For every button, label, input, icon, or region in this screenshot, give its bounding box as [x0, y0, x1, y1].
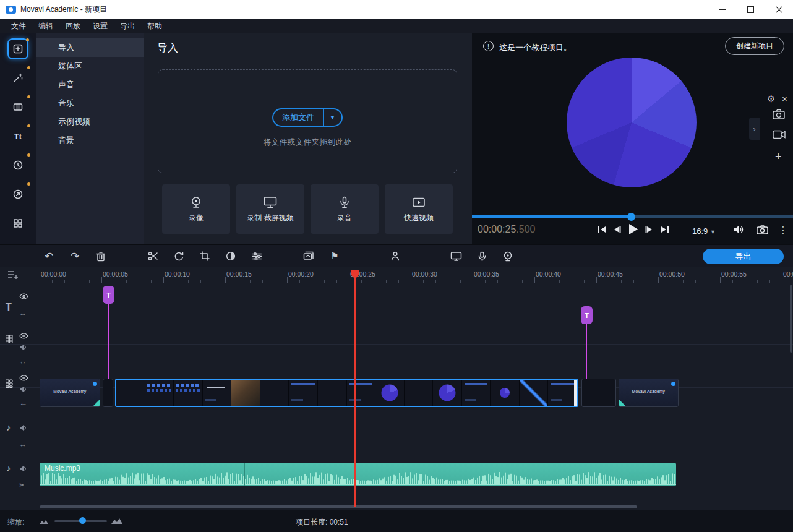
sliders-icon[interactable]	[249, 248, 265, 264]
menu-item-4[interactable]: 导出	[114, 19, 141, 33]
seek-bar-handle[interactable]	[627, 213, 635, 221]
video-camera-icon[interactable]	[773, 130, 786, 139]
music-clip[interactable]: Music.mp3	[40, 463, 676, 486]
webcam-icon[interactable]	[500, 248, 516, 264]
sidebar-item-2[interactable]: 声音	[36, 75, 144, 94]
previous-frame-button[interactable]	[613, 225, 621, 234]
menu-item-2[interactable]: 回放	[59, 19, 87, 33]
zoom-out-icon[interactable]	[40, 519, 48, 524]
add-icon[interactable]: +	[775, 151, 782, 162]
next-frame-button[interactable]	[645, 225, 653, 234]
sidebar-item-0[interactable]: 导入	[36, 38, 144, 57]
zoom-in-icon[interactable]	[111, 517, 122, 524]
chevron-down-icon[interactable]: ▼	[323, 109, 341, 126]
video-clip-2[interactable]	[115, 379, 578, 407]
slides-icon[interactable]	[301, 248, 317, 264]
video-clip-1[interactable]	[103, 379, 113, 407]
snapshot-camera-icon[interactable]	[773, 109, 785, 119]
monitor-icon[interactable]	[448, 248, 464, 264]
play-button[interactable]	[628, 223, 638, 235]
track-music-volume-icon[interactable]	[19, 465, 28, 472]
snapshot-icon[interactable]	[757, 225, 768, 234]
timeline-ruler[interactable]: 00:00:0000:00:0500:00:1000:00:1500:00:20…	[0, 267, 793, 283]
crop-icon[interactable]	[197, 248, 213, 264]
track-titles-eye-icon[interactable]	[19, 293, 28, 299]
video-clip-0[interactable]: Movavi Academy	[40, 379, 100, 407]
clip-thumbnail	[318, 380, 347, 406]
track-music-scissors-icon[interactable]: ✂	[19, 479, 25, 490]
skip-to-start-button[interactable]	[598, 225, 606, 234]
rail-filters-icon[interactable]	[7, 67, 28, 88]
timeline: 00:00:0000:00:0500:00:1000:00:1500:00:20…	[0, 267, 793, 510]
skip-to-end-button[interactable]	[661, 225, 669, 234]
color-icon[interactable]	[223, 248, 239, 264]
track-audio-volume-icon[interactable]	[19, 424, 28, 431]
close-button[interactable]	[765, 0, 793, 19]
rail-titles-icon[interactable]: Tt	[7, 126, 28, 147]
export-button[interactable]: 导出	[703, 249, 784, 264]
add-file-button[interactable]: 添加文件 ▼	[272, 108, 343, 127]
rail-speed-icon[interactable]	[7, 155, 28, 176]
sidebar-item-4[interactable]: 示例视频	[36, 113, 144, 131]
window-controls	[708, 0, 793, 19]
volume-icon[interactable]	[733, 225, 744, 234]
rotate-icon[interactable]	[171, 248, 187, 264]
import-panel-title: 导入	[157, 41, 178, 55]
track-video-volume-icon[interactable]	[19, 386, 28, 393]
action-quick-video-button[interactable]: 快速视频	[385, 184, 453, 234]
track-overlay-eye-icon[interactable]	[19, 333, 28, 339]
gear-icon[interactable]: ⚙	[767, 94, 775, 103]
menu-item-5[interactable]: 帮助	[141, 19, 168, 33]
track-audio-link-icon[interactable]: ↔	[19, 438, 27, 449]
file-dropzone[interactable]: 添加文件 ▼ 将文件或文件夹拖到此处	[158, 69, 457, 173]
track-overlay-link-icon[interactable]: ↔	[19, 355, 27, 366]
sidebar-item-5[interactable]: 背景	[36, 131, 144, 150]
quick-video-icon	[411, 195, 426, 209]
more-options-icon[interactable]: ⋮	[778, 224, 788, 236]
aspect-ratio-select[interactable]: 16:9 ▼	[692, 226, 716, 236]
rail-import-icon[interactable]	[7, 38, 28, 59]
scissors-icon[interactable]	[145, 248, 161, 264]
trash-icon[interactable]	[93, 248, 109, 264]
clip-trim-handle[interactable]	[574, 379, 578, 406]
menu-item-1[interactable]: 编辑	[32, 19, 59, 33]
create-new-project-button[interactable]: 创建新项目	[725, 37, 784, 55]
track-video-eye-icon[interactable]	[19, 375, 28, 381]
clip-thumbnail	[174, 380, 203, 406]
add-track-icon[interactable]	[7, 270, 19, 280]
track-overlay-volume-icon[interactable]	[19, 344, 28, 351]
rail-transitions-icon[interactable]	[7, 97, 28, 118]
sidebar-item-3[interactable]: 音乐	[36, 94, 144, 113]
vertical-scrollbar[interactable]	[790, 285, 792, 353]
video-clip-4[interactable]: Movavi Academy	[619, 379, 679, 407]
zoom-slider-handle[interactable]	[79, 517, 86, 524]
seek-bar[interactable]	[472, 215, 793, 218]
sidebar-item-1[interactable]: 媒体区	[36, 57, 144, 75]
menu-item-0[interactable]: 文件	[5, 19, 32, 33]
menu-item-3[interactable]: 设置	[87, 19, 114, 33]
close-panel-icon[interactable]: ×	[782, 94, 787, 103]
track-titles-link-icon[interactable]: ↔	[19, 307, 27, 318]
track-video-arrow-left-icon[interactable]: ←	[19, 397, 27, 408]
person-icon[interactable]	[387, 248, 403, 264]
preview-pie-chart	[567, 58, 697, 187]
title-marker-0[interactable]: T	[103, 286, 114, 304]
maximize-button[interactable]	[736, 0, 765, 19]
rail-more-icon[interactable]	[7, 213, 28, 234]
redo-icon[interactable]: ↷	[67, 248, 83, 264]
horizontal-scrollbar[interactable]	[40, 505, 637, 508]
undo-icon[interactable]: ↶	[41, 248, 57, 264]
action-screen-record-button[interactable]: 录制 截屏视频	[236, 184, 304, 234]
clip-dot	[93, 382, 97, 386]
mic-icon[interactable]	[474, 248, 490, 264]
flag-icon[interactable]: ⚑	[327, 248, 343, 264]
clip-thumbnail	[347, 380, 376, 406]
title-marker-1[interactable]: T	[581, 306, 593, 324]
action-camera-button[interactable]: 录像	[162, 184, 230, 234]
title-marker-line	[586, 324, 587, 379]
action-mic-button[interactable]: 录音	[311, 184, 379, 234]
panel-collapse-chevron[interactable]: ›	[749, 118, 760, 140]
minimize-button[interactable]	[708, 0, 736, 19]
rail-share-icon[interactable]	[7, 184, 28, 205]
video-clip-3[interactable]	[581, 379, 616, 407]
